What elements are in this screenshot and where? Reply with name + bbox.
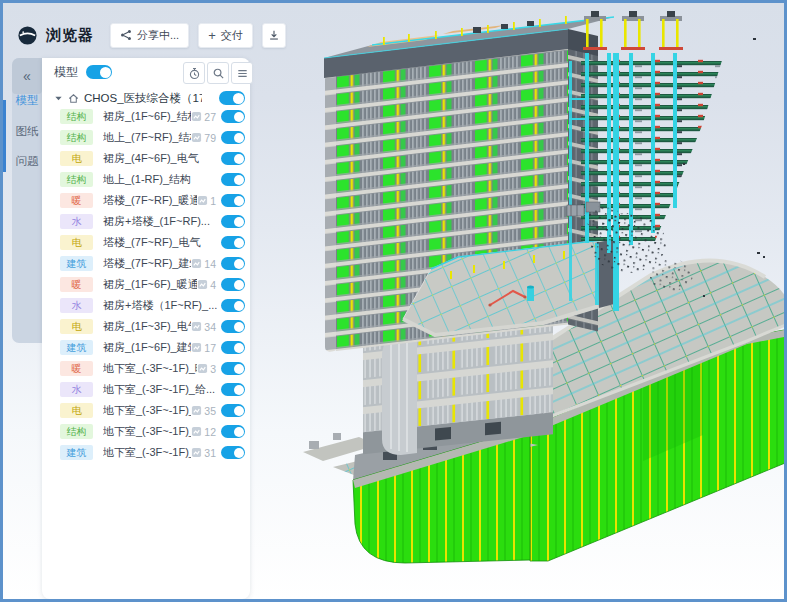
menu-icon [236, 67, 249, 80]
model-name: 裙房_(1F~3F)_电气 [103, 319, 191, 334]
share-label: 分享中... [137, 28, 179, 43]
page-title: 浏览器 [46, 26, 94, 45]
visibility-toggle[interactable] [221, 194, 245, 207]
model-list-item[interactable]: 结构裙房_(1F~6F)_结构...27 [42, 106, 250, 127]
drawing-count-badge: 17 [191, 342, 216, 354]
model-list-item[interactable]: 电地下室_(-3F~-1F)_电气35 [42, 400, 250, 421]
drawing-count-badge: 12 [191, 426, 216, 438]
model-name: 地下室_(-3F~-1F)_结构 [103, 424, 191, 439]
visibility-toggle[interactable] [221, 383, 245, 396]
drawing-icon [191, 321, 202, 332]
visibility-toggle[interactable] [221, 152, 245, 165]
discipline-tag: 电 [60, 319, 93, 334]
model-list-item[interactable]: 建筑塔楼_(7F~RF)_建筑14 [42, 253, 250, 274]
model-list-item[interactable]: 暖地下室_(-3F~-1F)_暖通3 [42, 358, 250, 379]
model-name: 地下室_(-3F~-1F)_建筑 [103, 445, 191, 460]
left-tab-strip: « 模型 图纸 问题 [12, 58, 42, 343]
model-list-item[interactable]: 暖塔楼_(7F~RF)_暖通1 [42, 190, 250, 211]
model-list-item[interactable]: 电裙房_(1F~3F)_电气34 [42, 316, 250, 337]
drawing-count-badge: 79 [191, 132, 216, 144]
visibility-toggle[interactable] [221, 299, 245, 312]
drawing-icon [191, 111, 202, 122]
tab-drawings[interactable]: 图纸 [12, 124, 42, 138]
drawing-icon [197, 195, 208, 206]
drawing-icon [191, 258, 202, 269]
discipline-tag: 水 [60, 382, 93, 397]
caret-down-icon[interactable] [54, 94, 63, 103]
models-master-toggle[interactable] [86, 65, 112, 79]
visibility-toggle[interactable] [221, 341, 245, 354]
model-list-item[interactable]: 电裙房_(4F~6F)_电气 [42, 148, 250, 169]
search-icon [212, 67, 225, 80]
discipline-tag: 电 [60, 151, 93, 166]
visibility-toggle[interactable] [221, 215, 245, 228]
panel-header-label: 模型 [54, 64, 78, 81]
collapse-panel-button[interactable]: « [12, 58, 42, 94]
drawing-icon [191, 405, 202, 416]
visibility-toggle[interactable] [221, 404, 245, 417]
deliver-button[interactable]: + 交付 [198, 23, 253, 48]
tab-issues[interactable]: 问题 [12, 154, 42, 168]
model-list-item[interactable]: 建筑裙房_(1F~6F)_建筑17 [42, 337, 250, 358]
root-visibility-toggle[interactable] [219, 91, 245, 105]
top-toolbar: 浏览器 分享中... + 交付 [17, 20, 295, 50]
share-icon [120, 29, 132, 41]
home-icon [67, 92, 80, 105]
drawing-count-badge: 4 [197, 279, 216, 291]
deliver-label: 交付 [221, 28, 243, 43]
model-name: 裙房_(1F~6F)_暖通 [103, 277, 197, 292]
download-button[interactable] [262, 23, 286, 48]
visibility-toggle[interactable] [221, 236, 245, 249]
discipline-tag: 建筑 [60, 445, 93, 460]
drawing-count-badge: 14 [191, 258, 216, 270]
model-list-item[interactable]: 水裙房+塔楼_(1F~RF)... [42, 211, 250, 232]
model-name: 地上_(1-RF)_结构 [103, 172, 221, 187]
discipline-tag: 水 [60, 298, 93, 313]
model-list-item[interactable]: 水裙房+塔楼（1F~RF)_... [42, 295, 250, 316]
drawing-count-badge: 35 [191, 405, 216, 417]
visibility-toggle[interactable] [221, 110, 245, 123]
tab-model[interactable]: 模型 [12, 93, 42, 107]
visibility-toggle[interactable] [221, 257, 245, 270]
drawing-icon [191, 447, 202, 458]
model-list-item[interactable]: 水地下室_(-3F~-1F)_给... [42, 379, 250, 400]
share-button[interactable]: 分享中... [110, 23, 189, 48]
visibility-toggle[interactable] [221, 362, 245, 375]
model-list-item[interactable]: 暖裙房_(1F~6F)_暖通4 [42, 274, 250, 295]
drawing-icon [197, 363, 208, 374]
visibility-toggle[interactable] [221, 425, 245, 438]
model-list-item[interactable]: 电塔楼_(7F~RF)_电气 [42, 232, 250, 253]
model-name: 裙房_(1F~6F)_结构... [103, 109, 191, 124]
download-icon [268, 29, 280, 41]
visibility-toggle[interactable] [221, 278, 245, 291]
model-name: 裙房_(1F~6F)_建筑 [103, 340, 191, 355]
discipline-tag: 暖 [60, 361, 93, 376]
model-list-item[interactable]: 结构地上_(1-RF)_结构 [42, 169, 250, 190]
drawing-icon [191, 132, 202, 143]
model-tree-root[interactable]: CHOS_医技综合楼（17... [42, 88, 250, 108]
search-button[interactable] [207, 62, 229, 84]
history-button[interactable] [183, 62, 205, 84]
discipline-tag: 结构 [60, 424, 93, 439]
list-menu-button[interactable] [231, 62, 253, 84]
discipline-tag: 结构 [60, 172, 93, 187]
model-name: 地上_(7F~RF)_结构... [103, 130, 191, 145]
visibility-toggle[interactable] [221, 131, 245, 144]
model-list: 结构裙房_(1F~6F)_结构...27 结构地上_(7F~RF)_结构...7… [42, 106, 250, 463]
model-3d-canvas[interactable] [248, 3, 787, 602]
drawing-icon [191, 342, 202, 353]
app-logo-icon [17, 25, 38, 46]
model-list-item[interactable]: 结构地下室_(-3F~-1F)_结构12 [42, 421, 250, 442]
visibility-toggle[interactable] [221, 446, 245, 459]
visibility-toggle[interactable] [221, 173, 245, 186]
visibility-toggle[interactable] [221, 320, 245, 333]
panel-header: 模型 [42, 58, 250, 86]
discipline-tag: 电 [60, 235, 93, 250]
model-panel: 模型 [42, 58, 250, 599]
discipline-tag: 结构 [60, 109, 93, 124]
model-list-item[interactable]: 建筑地下室_(-3F~-1F)_建筑31 [42, 442, 250, 463]
model-list-item[interactable]: 结构地上_(7F~RF)_结构...79 [42, 127, 250, 148]
model-name: 塔楼_(7F~RF)_建筑 [103, 256, 191, 271]
app-window: 浏览器 分享中... + 交付 « 模型 图纸 问题 模型 [0, 0, 787, 602]
model-name: 塔楼_(7F~RF)_暖通 [103, 193, 197, 208]
